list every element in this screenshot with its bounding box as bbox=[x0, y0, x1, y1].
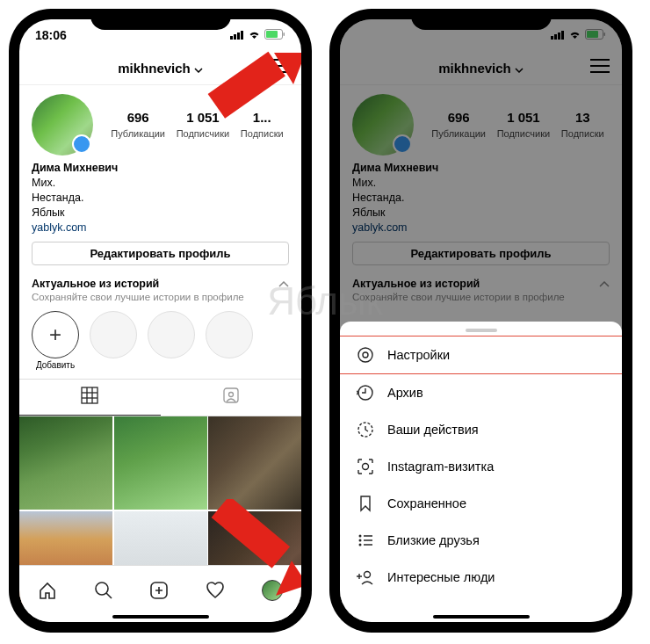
hamburger-menu-button[interactable] bbox=[270, 58, 289, 77]
home-indicator bbox=[112, 615, 209, 619]
chevron-down-icon bbox=[194, 61, 203, 76]
highlight-placeholder bbox=[148, 311, 195, 358]
bio-line: Мих. bbox=[32, 176, 289, 191]
bio-line: Нестанда. bbox=[32, 191, 289, 206]
svg-point-47 bbox=[365, 572, 371, 578]
bio-section: Дима Михневич Мих. Нестанда. Яблык yably… bbox=[19, 161, 301, 235]
bio-name: Дима Михневич bbox=[32, 161, 289, 176]
nav-profile[interactable] bbox=[262, 580, 283, 601]
phone-left: 18:06 mikhnevich 696 Публикации bbox=[9, 9, 312, 633]
svg-rect-0 bbox=[230, 36, 233, 40]
menu-label: Ваши действия bbox=[387, 423, 479, 437]
profile-avatar[interactable] bbox=[32, 94, 93, 156]
chevron-up-icon[interactable] bbox=[278, 278, 289, 290]
screen-right: mikhnevich 696 Публикации 1 051 Подписчи… bbox=[340, 19, 622, 622]
menu-label: Сохраненное bbox=[387, 496, 466, 510]
menu-archive[interactable]: Архив bbox=[340, 374, 622, 411]
menu-label: Настройки bbox=[387, 348, 450, 362]
add-person-icon bbox=[356, 568, 375, 586]
menu-label: Архив bbox=[387, 386, 423, 400]
bookmark-icon bbox=[356, 495, 375, 512]
grid-photo[interactable] bbox=[19, 416, 112, 510]
grid-photo[interactable] bbox=[114, 416, 207, 510]
list-icon bbox=[356, 532, 375, 549]
menu-saved[interactable]: Сохраненное bbox=[340, 485, 622, 522]
highlights-title: Актуальное из историй bbox=[32, 278, 159, 290]
nav-add[interactable] bbox=[149, 581, 169, 600]
svg-rect-6 bbox=[284, 33, 285, 36]
menu-discover[interactable]: Интересные люди bbox=[340, 559, 622, 596]
bottom-nav bbox=[19, 565, 301, 622]
svg-rect-10 bbox=[82, 387, 98, 403]
svg-point-40 bbox=[363, 464, 369, 470]
highlight-add-label: Добавить bbox=[32, 360, 79, 370]
grid-photo[interactable] bbox=[208, 416, 301, 510]
highlight-add-button[interactable]: + bbox=[32, 311, 79, 358]
highlights-section: Актуальное из историй Сохраняйте свои лу… bbox=[19, 272, 301, 373]
menu-close-friends[interactable]: Близкие друзья bbox=[340, 522, 622, 559]
battery-icon bbox=[264, 28, 285, 42]
edit-profile-button[interactable]: Редактировать профиль bbox=[32, 242, 289, 265]
tab-grid[interactable] bbox=[19, 380, 161, 416]
wifi-icon bbox=[248, 28, 261, 42]
menu-sheet: Настройки Архив Ваши действия Instagram-… bbox=[340, 322, 622, 622]
svg-point-17 bbox=[96, 582, 108, 595]
stat-posts[interactable]: 696 Публикации bbox=[111, 110, 165, 141]
stat-following[interactable]: 1... Подписки bbox=[241, 110, 284, 141]
svg-rect-5 bbox=[266, 31, 278, 38]
menu-activity[interactable]: Ваши действия bbox=[340, 411, 622, 448]
username-dropdown[interactable]: mikhnevich bbox=[118, 61, 203, 76]
home-indicator bbox=[433, 615, 530, 619]
archive-icon bbox=[356, 384, 375, 402]
status-time: 18:06 bbox=[35, 28, 67, 42]
signal-icon bbox=[230, 28, 244, 42]
menu-settings[interactable]: Настройки bbox=[340, 336, 622, 374]
stat-followers[interactable]: 1 051 Подписчики bbox=[177, 110, 230, 141]
svg-rect-15 bbox=[224, 388, 238, 402]
svg-point-43 bbox=[359, 544, 362, 546]
svg-rect-1 bbox=[234, 34, 236, 40]
nametag-icon bbox=[356, 458, 375, 475]
svg-point-37 bbox=[363, 352, 368, 358]
highlight-placeholder bbox=[90, 311, 137, 358]
svg-point-36 bbox=[358, 348, 372, 362]
nav-search[interactable] bbox=[94, 581, 113, 600]
menu-label: Близкие друзья bbox=[387, 533, 480, 547]
gear-icon bbox=[356, 346, 375, 364]
profile-row: 696 Публикации 1 051 Подписчики 1... Под… bbox=[19, 85, 301, 161]
svg-point-16 bbox=[228, 393, 233, 397]
profile-tabs bbox=[19, 379, 301, 416]
menu-nametag[interactable]: Instagram-визитка bbox=[340, 448, 622, 485]
svg-line-18 bbox=[106, 593, 112, 598]
bio-link[interactable]: yablyk.com bbox=[32, 221, 289, 235]
menu-label: Instagram-визитка bbox=[387, 459, 494, 474]
profile-header: mikhnevich bbox=[19, 51, 301, 85]
svg-point-42 bbox=[359, 539, 362, 542]
nav-activity[interactable] bbox=[206, 581, 225, 600]
bio-line: Яблык bbox=[32, 206, 289, 221]
phone-right: mikhnevich 696 Публикации 1 051 Подписчи… bbox=[329, 9, 632, 633]
highlights-subtitle: Сохраняйте свои лучшие истории в профиле bbox=[32, 292, 289, 302]
svg-point-41 bbox=[359, 535, 362, 538]
svg-rect-3 bbox=[241, 31, 243, 40]
screen-left: 18:06 mikhnevich 696 Публикации bbox=[19, 19, 301, 622]
menu-label: Интересные люди bbox=[387, 570, 495, 584]
nav-home[interactable] bbox=[38, 581, 57, 600]
username-text: mikhnevich bbox=[118, 61, 191, 76]
highlight-placeholder bbox=[206, 311, 253, 358]
svg-rect-2 bbox=[237, 33, 240, 40]
tab-tagged[interactable] bbox=[161, 380, 302, 416]
sheet-handle[interactable] bbox=[466, 329, 497, 332]
activity-icon bbox=[356, 421, 375, 438]
